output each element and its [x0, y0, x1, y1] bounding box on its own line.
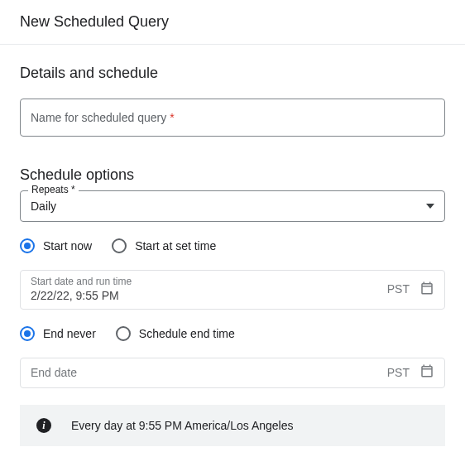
- chevron-down-icon: [426, 204, 434, 209]
- required-asterisk: *: [170, 111, 174, 124]
- calendar-icon[interactable]: [419, 363, 434, 381]
- radio-icon: [20, 326, 35, 341]
- start-set-time-radio[interactable]: Start at set time: [112, 238, 216, 253]
- repeats-value: Daily: [31, 200, 56, 213]
- start-date-label: Start date and run time: [31, 276, 387, 287]
- end-date-field[interactable]: End date PST: [20, 358, 445, 388]
- radio-icon: [112, 238, 127, 253]
- end-never-radio[interactable]: End never: [20, 326, 96, 341]
- info-icon: i: [36, 418, 51, 433]
- page-title: New Scheduled Query: [20, 13, 445, 31]
- repeats-select-wrap: Repeats * Daily: [20, 190, 445, 222]
- details-section-title: Details and schedule: [20, 65, 445, 82]
- end-tz: PST: [387, 366, 410, 379]
- start-date-field[interactable]: Start date and run time 2/22/22, 9:55 PM…: [20, 270, 445, 310]
- start-now-label: Start now: [43, 239, 92, 252]
- end-date-placeholder: End date: [31, 366, 387, 379]
- repeats-label: Repeats *: [28, 184, 79, 195]
- calendar-icon[interactable]: [419, 281, 434, 298]
- radio-icon: [116, 326, 131, 341]
- start-date-value: 2/22/22, 9:55 PM: [31, 289, 387, 302]
- radio-icon: [20, 238, 35, 253]
- schedule-section-title: Schedule options: [20, 166, 445, 184]
- end-never-label: End never: [43, 327, 96, 340]
- start-set-time-label: Start at set time: [135, 239, 216, 252]
- query-name-placeholder: Name for scheduled query: [31, 111, 166, 124]
- start-now-radio[interactable]: Start now: [20, 238, 92, 253]
- page-header: New Scheduled Query: [0, 0, 465, 45]
- repeats-select[interactable]: Daily: [20, 190, 445, 222]
- content-area: Details and schedule Name for scheduled …: [0, 45, 465, 466]
- start-tz: PST: [387, 282, 410, 296]
- query-name-input[interactable]: Name for scheduled query *: [20, 99, 445, 137]
- start-radio-group: Start now Start at set time: [20, 238, 445, 253]
- end-set-time-label: Schedule end time: [139, 327, 235, 340]
- schedule-summary-bar: i Every day at 9:55 PM America/Los Angel…: [20, 405, 445, 446]
- end-set-time-radio[interactable]: Schedule end time: [116, 326, 235, 341]
- schedule-summary-text: Every day at 9:55 PM America/Los Angeles: [71, 419, 293, 432]
- end-radio-group: End never Schedule end time: [20, 326, 445, 341]
